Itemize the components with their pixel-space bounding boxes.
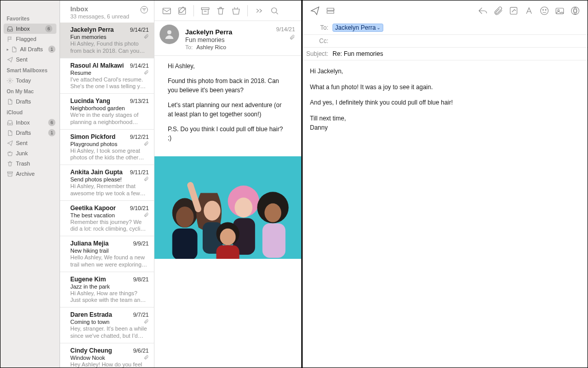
- subject: Coming to town: [70, 319, 111, 325]
- date: 9/14/21: [130, 63, 149, 69]
- document-icon: [10, 46, 18, 53]
- compose-toolbar: [303, 1, 587, 21]
- paperclip-icon: [276, 34, 295, 41]
- sidebar-item-flagged[interactable]: Flagged: [1, 34, 60, 44]
- svg-point-7: [167, 30, 171, 34]
- sender: Rasoul Al Malkawi: [70, 62, 126, 69]
- date: 9/14/21: [130, 27, 149, 33]
- sidebar-item-sent[interactable]: Sent: [1, 54, 60, 65]
- svg-rect-24: [327, 8, 334, 10]
- to-label: To:: [185, 44, 193, 50]
- sender: Cindy Cheung: [70, 347, 114, 354]
- markup-icon[interactable]: [506, 4, 521, 18]
- paperclip-icon: [144, 355, 149, 361]
- subject-value[interactable]: Re: Fun memories: [332, 50, 582, 57]
- message-list-item[interactable]: Simon Pickford9/12/21Playground photosHi…: [60, 130, 154, 166]
- to-field[interactable]: To: Jackelyn Perra ⌄: [303, 21, 587, 35]
- trash-icon[interactable]: [213, 4, 228, 18]
- message-list-item[interactable]: Eugene Kim9/8/21Jazz in the parkHi Ashle…: [60, 272, 154, 308]
- svg-point-10: [176, 207, 194, 228]
- date: 9/12/21: [130, 134, 149, 140]
- sidebar-item-all-drafts[interactable]: ▸ All Drafts 1: [1, 44, 60, 54]
- message-list[interactable]: Jackelyn Perra9/14/21Fun memoriesHi Ashl…: [60, 23, 154, 367]
- sidebar-item-icloud-trash[interactable]: Trash: [1, 158, 60, 169]
- send-icon[interactable]: [308, 4, 322, 18]
- emoji-icon[interactable]: [537, 4, 552, 18]
- message-list-pane: Inbox 33 messages, 6 unread Jackelyn Per…: [60, 1, 154, 367]
- subject: Resume: [70, 70, 93, 76]
- svg-point-29: [545, 10, 546, 11]
- to-token[interactable]: Jackelyn Perra ⌄: [332, 24, 383, 32]
- mailbox-subtitle: 33 messages, 6 unread: [70, 13, 140, 19]
- search-icon[interactable]: [267, 4, 282, 18]
- svg-rect-23: [217, 245, 240, 258]
- mailboxes-sidebar: Favorites Inbox 6 Flagged ▸ All Drafts 1: [1, 1, 60, 367]
- attach-icon[interactable]: [491, 4, 505, 18]
- sidebar-section-smart: Smart Mailboxes: [1, 65, 60, 75]
- compose-icon[interactable]: [175, 4, 189, 18]
- preview: Hi Ashley, How are things? Just spoke wi…: [70, 290, 149, 304]
- sidebar-item-local-drafts[interactable]: Drafts: [1, 96, 60, 107]
- message-date: 9/14/21: [276, 26, 295, 32]
- date: 9/6/21: [133, 347, 149, 354]
- message-list-item[interactable]: Ankita Jain Gupta9/11/21Send photos plea…: [60, 165, 154, 201]
- preview: Hey, stranger. It's been a while since w…: [70, 325, 149, 340]
- link-icon[interactable]: [568, 4, 582, 18]
- chevron-right-icon[interactable]: ▸: [6, 47, 10, 52]
- sidebar-item-today[interactable]: Today: [1, 75, 60, 86]
- sidebar-item-inbox[interactable]: Inbox 6: [4, 24, 56, 34]
- subject-field[interactable]: Subject: Re: Fun memories: [303, 48, 587, 60]
- preview: Remember this journey? We did a lot: roc…: [70, 219, 149, 233]
- date: 9/7/21: [133, 312, 149, 318]
- svg-point-22: [220, 229, 236, 246]
- message-list-item[interactable]: Jackelyn Perra9/14/21Fun memoriesHi Ashl…: [60, 23, 154, 58]
- message-toolbar: [154, 1, 301, 21]
- paperclip-icon: [144, 212, 149, 218]
- chevron-down-icon[interactable]: ⌄: [377, 25, 381, 30]
- photo-icon[interactable]: [553, 4, 567, 18]
- reply-icon[interactable]: [476, 4, 490, 18]
- paperclip-icon: [144, 34, 149, 40]
- message-list-item[interactable]: Daren Estrada9/7/21Coming to townHey, st…: [60, 308, 154, 343]
- message-list-item[interactable]: Geetika Kapoor9/10/21The best vacationRe…: [60, 201, 154, 237]
- svg-point-19: [265, 203, 282, 222]
- to-name: Ashley Rico: [197, 44, 226, 50]
- compose-header-fields: To: Jackelyn Perra ⌄ Cc: Subject: Re: Fu…: [303, 21, 587, 60]
- sender: Daren Estrada: [70, 311, 114, 318]
- sender: Juliana Mejia: [70, 240, 111, 247]
- sender: Simon Pickford: [70, 133, 117, 140]
- sidebar-item-icloud-sent[interactable]: Sent: [1, 138, 60, 148]
- svg-point-28: [543, 10, 544, 11]
- sidebar-item-icloud-archive[interactable]: Archive: [1, 169, 60, 179]
- format-icon[interactable]: [522, 4, 536, 18]
- subject: Send photos please!: [70, 176, 124, 182]
- sidebar-item-icloud-inbox[interactable]: Inbox 6: [1, 117, 60, 128]
- badge: 6: [45, 25, 52, 32]
- svg-point-12: [204, 200, 221, 220]
- junk-icon[interactable]: [229, 4, 243, 18]
- preview: I've attached Carol's resume. She's the …: [70, 76, 149, 91]
- avatar: [160, 25, 179, 44]
- svg-rect-11: [172, 229, 198, 259]
- message-list-item[interactable]: Rasoul Al Malkawi9/14/21ResumeI've attac…: [60, 58, 154, 94]
- mailbox-title: Inbox: [70, 5, 140, 13]
- sidebar-item-icloud-junk[interactable]: Junk: [1, 148, 60, 158]
- paperclip-icon: [144, 176, 149, 182]
- flag-icon: [6, 35, 14, 43]
- more-chevrons-icon[interactable]: [252, 4, 266, 18]
- subject: Neighborhood garden: [70, 105, 127, 111]
- cc-field[interactable]: Cc:: [303, 35, 587, 48]
- message-list-item[interactable]: Juliana Mejia9/9/21New hiking trailHello…: [60, 236, 154, 272]
- sidebar-item-icloud-drafts[interactable]: Drafts 1: [1, 128, 60, 138]
- filter-icon[interactable]: [140, 5, 149, 16]
- junk-icon: [6, 150, 14, 157]
- archive-icon[interactable]: [198, 4, 212, 18]
- subject: Jazz in the park: [70, 283, 112, 290]
- header-fields-icon[interactable]: [323, 4, 338, 18]
- message-list-item[interactable]: Lucinda Yang9/13/21Neighborhood gardenWe…: [60, 94, 154, 130]
- envelope-icon[interactable]: [160, 4, 174, 18]
- compose-body[interactable]: Hi Jackelyn, What a fun photo! It was a …: [303, 60, 587, 145]
- subject: Window Nook: [70, 355, 107, 361]
- trash-icon: [6, 160, 14, 167]
- message-list-item[interactable]: Cindy Cheung9/6/21Window NookHey Ashley!…: [60, 343, 154, 368]
